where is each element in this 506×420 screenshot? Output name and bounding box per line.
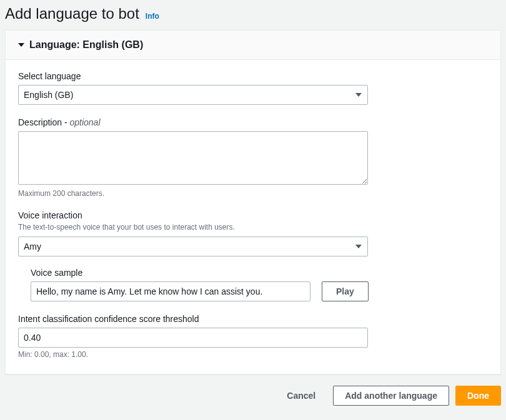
threshold-label: Intent classification confidence score t… xyxy=(18,314,368,324)
threshold-input[interactable] xyxy=(18,328,368,348)
page-title: Add language to bot xyxy=(5,5,139,22)
voice-interaction-dropdown[interactable] xyxy=(18,237,368,256)
description-helper: Maximum 200 characters. xyxy=(18,189,368,198)
language-panel: Language: English (GB) Select language D… xyxy=(5,30,501,374)
select-language-group: Select language xyxy=(18,71,368,105)
description-group: Description - optional Maximum 200 chara… xyxy=(18,117,368,198)
voice-sample-label: Voice sample xyxy=(31,268,368,278)
voice-interaction-label: Voice interaction xyxy=(18,210,368,220)
voice-interaction-group: Voice interaction The text-to-speech voi… xyxy=(18,210,368,301)
description-label: Description - optional xyxy=(18,117,368,127)
select-language-label: Select language xyxy=(18,71,368,81)
voice-interaction-helper: The text-to-speech voice that your bot u… xyxy=(18,223,368,232)
caret-down-icon xyxy=(18,43,24,47)
panel-title: Language: English (GB) xyxy=(29,39,143,51)
select-language-dropdown[interactable] xyxy=(18,85,368,105)
description-optional-suffix: optional xyxy=(69,117,100,127)
page-header: Add language to bot Info xyxy=(5,0,501,30)
description-label-text: Description - xyxy=(18,117,69,127)
cancel-button[interactable]: Cancel xyxy=(275,386,327,406)
description-textarea[interactable] xyxy=(18,131,368,185)
play-button[interactable]: Play xyxy=(322,281,369,301)
voice-sample-row: Play xyxy=(18,281,368,301)
threshold-helper: Min: 0.00, max: 1.00. xyxy=(18,350,368,359)
info-link[interactable]: Info xyxy=(146,12,159,21)
done-button[interactable]: Done xyxy=(455,386,501,406)
panel-header[interactable]: Language: English (GB) xyxy=(6,31,500,60)
threshold-group: Intent classification confidence score t… xyxy=(18,314,368,359)
footer: Cancel Add another language Done xyxy=(5,386,501,406)
panel-body: Select language Description - optional M… xyxy=(6,60,500,374)
voice-sample-input[interactable] xyxy=(31,281,310,301)
add-another-language-button[interactable]: Add another language xyxy=(333,386,449,406)
